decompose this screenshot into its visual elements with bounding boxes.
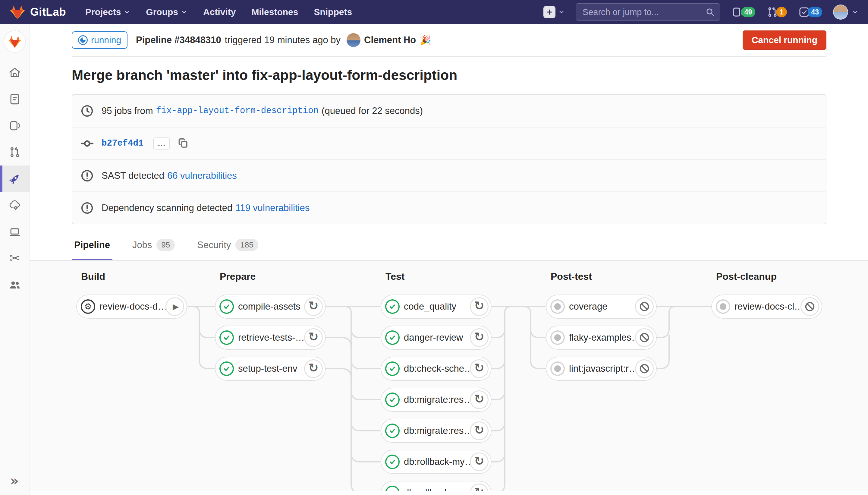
status-created-icon <box>550 300 565 314</box>
clock-icon <box>81 104 94 118</box>
status-created-icon <box>550 330 565 345</box>
cancel-job-button[interactable] <box>635 297 654 316</box>
nav-projects[interactable]: Projects <box>85 7 130 17</box>
commit-expand-button[interactable]: … <box>153 137 170 150</box>
cancel-job-button[interactable] <box>635 359 654 378</box>
sidebar-item-members[interactable] <box>0 272 30 298</box>
sast-info-row: SAST detected 66 vulnerabilities <box>72 159 826 191</box>
job-pill[interactable]: code_quality↻ <box>381 294 491 319</box>
retry-job-button[interactable]: ↻ <box>304 359 323 378</box>
status-success-icon <box>385 455 400 469</box>
pipeline-graph: Build⚙review-docs-d…▶Preparecompile-asse… <box>30 260 868 491</box>
retry-job-button[interactable]: ↻ <box>470 453 489 471</box>
job-label: retrieve-tests-… <box>234 332 304 343</box>
job-pill[interactable]: db:rollback-…↻ <box>381 481 491 491</box>
main-content: running Pipeline #34848310 triggered 19 … <box>30 24 868 495</box>
status-success-icon <box>385 424 400 438</box>
stage-header: Post-cleanup <box>716 271 777 282</box>
copy-sha-button[interactable] <box>177 137 189 150</box>
job-pill[interactable]: db:migrate:res…↻ <box>381 419 491 443</box>
chevron-down-icon <box>124 9 130 15</box>
laptop-icon <box>8 225 21 238</box>
cancel-running-button[interactable]: Cancel running <box>743 31 827 50</box>
sidebar-item-repository[interactable] <box>0 86 30 113</box>
dependency-info-row: Dependency scanning detected 119 vulnera… <box>72 191 826 224</box>
cancel-job-button[interactable] <box>635 328 654 347</box>
nav-milestones[interactable]: Milestones <box>251 7 298 17</box>
merge-requests-counter-button[interactable]: 1 <box>766 6 787 18</box>
sidebar-item-ci-cd[interactable] <box>0 166 30 192</box>
author-emoji: 🎉 <box>419 35 431 46</box>
gitlab-logo-icon <box>10 5 25 20</box>
todos-counter-button[interactable]: 43 <box>798 6 822 18</box>
tab-jobs[interactable]: Jobs95 <box>130 239 177 260</box>
retry-job-button[interactable]: ↻ <box>470 359 489 378</box>
job-pill[interactable]: ⚙review-docs-d…▶ <box>76 294 187 319</box>
user-menu-button[interactable] <box>833 4 858 20</box>
job-label: db:migrate:res… <box>400 394 470 405</box>
job-pill[interactable]: danger-review↻ <box>381 326 491 350</box>
retry-job-button[interactable]: ↻ <box>304 328 323 347</box>
author-avatar[interactable] <box>347 33 361 47</box>
search-input[interactable] <box>576 3 720 21</box>
scissors-icon: ✂ <box>9 252 20 265</box>
plus-icon <box>543 6 555 18</box>
job-pill[interactable]: retrieve-tests-…↻ <box>215 326 326 350</box>
pipeline-info-box: 95 jobs from fix-app-layout-form-descrip… <box>72 94 827 224</box>
job-pill[interactable]: db:migrate:res…↻ <box>381 388 491 412</box>
new-menu-button[interactable] <box>543 6 565 18</box>
sast-vulnerabilities-link[interactable]: 66 vulnerabilities <box>167 170 237 181</box>
pipeline-id: Pipeline #34848310 <box>136 35 221 46</box>
job-pill[interactable]: db:check-sche…↻ <box>381 357 491 381</box>
author-name[interactable]: Clement Ho <box>364 35 416 46</box>
commit-sha-link[interactable]: b27ef4d1 <box>102 138 143 148</box>
project-avatar[interactable] <box>4 31 26 53</box>
gitlab-home-link[interactable]: GitLab <box>10 5 66 20</box>
sidebar-item-operations[interactable] <box>0 192 30 219</box>
stage-header: Test <box>385 271 404 282</box>
dependency-vulnerabilities-link[interactable]: 119 vulnerabilities <box>236 203 310 214</box>
job-pill[interactable]: setup-test-env↻ <box>215 357 326 381</box>
branch-link[interactable]: fix-app-layout-form-description <box>156 106 319 116</box>
search-icon <box>705 7 715 17</box>
brand-name: GitLab <box>30 6 66 18</box>
sast-text: SAST detected <box>102 170 164 181</box>
issues-counter-button[interactable]: 49 <box>731 6 756 18</box>
nav-activity[interactable]: Activity <box>203 7 236 17</box>
retry-job-button[interactable]: ↻ <box>470 328 489 347</box>
main-nav: Projects Groups Activity Milestones Snip… <box>85 7 352 17</box>
jobs-count-text: 95 jobs from <box>102 105 153 116</box>
home-icon <box>8 66 21 79</box>
job-label: coverage <box>565 301 635 312</box>
tab-security[interactable]: Security185 <box>195 239 260 260</box>
sidebar-item-issues[interactable] <box>0 113 30 139</box>
job-pill[interactable]: review-docs-cl… <box>711 294 822 319</box>
sidebar-item-project-overview[interactable] <box>0 59 30 86</box>
tab-pipeline[interactable]: Pipeline <box>72 239 112 260</box>
status-success-icon <box>220 361 234 376</box>
job-pill[interactable]: lint:javascript:r… <box>546 357 657 381</box>
job-pill[interactable]: coverage <box>546 294 657 319</box>
sidebar-item-merge-requests[interactable] <box>0 139 30 166</box>
job-pill[interactable]: compile-assets↻ <box>215 294 326 319</box>
job-pill[interactable]: db:rollback-my…↻ <box>381 450 491 474</box>
jobs-count-badge: 95 <box>156 239 175 251</box>
status-success-icon <box>220 330 234 345</box>
retry-job-button[interactable]: ↻ <box>470 483 489 491</box>
stage-header: Post-test <box>551 271 592 282</box>
cancel-job-button[interactable] <box>800 297 819 316</box>
sidebar-item-snippets[interactable]: ✂ <box>0 245 30 272</box>
retry-job-button[interactable]: ↻ <box>470 422 489 440</box>
nav-snippets[interactable]: Snippets <box>314 7 352 17</box>
nav-groups[interactable]: Groups <box>146 7 188 17</box>
retry-job-button[interactable]: ↻ <box>470 390 489 409</box>
job-label: review-docs-cl… <box>730 301 800 312</box>
job-label: db:rollback-… <box>400 488 470 491</box>
retry-job-button[interactable]: ↻ <box>470 297 489 316</box>
sidebar-collapse-button[interactable]: » <box>0 470 29 491</box>
people-icon <box>8 278 21 291</box>
play-job-button[interactable]: ▶ <box>166 297 184 316</box>
job-pill[interactable]: flaky-examples… <box>546 326 657 350</box>
sidebar-item-registry[interactable] <box>0 219 30 245</box>
retry-job-button[interactable]: ↻ <box>304 297 323 316</box>
